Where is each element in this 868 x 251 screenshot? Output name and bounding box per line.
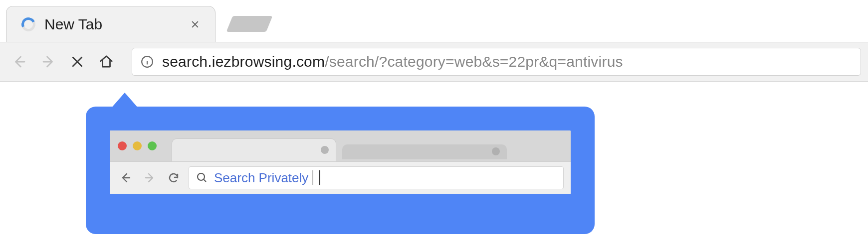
text-cursor-icon (319, 170, 320, 185)
search-icon (196, 172, 208, 184)
traffic-green-icon (148, 141, 157, 150)
traffic-yellow-icon (133, 141, 142, 150)
browser-chrome: New Tab search.iezbrowsing.com/search/?c… (0, 0, 868, 82)
svg-point-3 (198, 173, 205, 180)
mini-reload-icon (165, 169, 183, 187)
traffic-red-icon (118, 141, 127, 150)
mini-tabstrip (110, 130, 571, 161)
mini-inactive-tab (342, 144, 507, 159)
traffic-lights (118, 141, 157, 150)
tab-close-button[interactable] (186, 15, 204, 33)
address-bar[interactable]: search.iezbrowsing.com/search/?category=… (132, 48, 861, 76)
stop-button[interactable] (65, 49, 90, 74)
mini-tab-close-icon (321, 146, 329, 154)
forward-button[interactable] (36, 49, 61, 74)
mini-browser-illustration: Search Privately (110, 130, 571, 194)
promo-callout: Search Privately (86, 107, 595, 234)
mini-toolbar: Search Privately (110, 161, 571, 194)
page-content: Search Privately (0, 82, 868, 251)
navigation-toolbar: search.iezbrowsing.com/search/?category=… (0, 42, 868, 82)
mini-forward-icon (141, 169, 159, 187)
url-path: /search/?category=web&s=22pr&q=antivirus (325, 53, 623, 70)
back-button[interactable] (7, 49, 32, 74)
mini-tab (172, 138, 336, 161)
mini-search-placeholder: Search Privately (214, 170, 308, 186)
tab-title: New Tab (44, 16, 177, 33)
browser-tab[interactable]: New Tab (6, 6, 216, 42)
site-info-icon[interactable] (140, 55, 154, 69)
mini-back-icon (117, 169, 135, 187)
home-button[interactable] (94, 49, 119, 74)
svg-line-4 (204, 179, 206, 182)
mini-search-input: Search Privately (189, 166, 564, 189)
loading-spinner-icon (19, 15, 37, 33)
address-bar-url: search.iezbrowsing.com/search/?category=… (162, 53, 623, 70)
new-tab-button[interactable] (226, 16, 273, 32)
tab-strip: New Tab (0, 0, 868, 42)
url-host: search.iezbrowsing.com (162, 53, 325, 70)
mini-tab-close-icon (492, 147, 500, 155)
